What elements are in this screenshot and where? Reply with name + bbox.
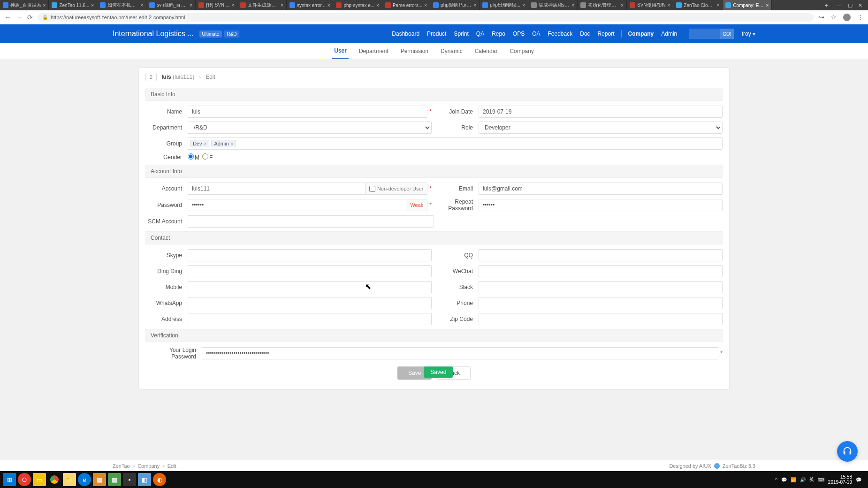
login-password-field[interactable]: [202, 347, 718, 359]
join-date-field[interactable]: [479, 106, 723, 118]
reload-icon[interactable]: ⟳: [27, 14, 33, 21]
close-icon[interactable]: ×: [522, 3, 525, 8]
close-icon[interactable]: ×: [281, 3, 283, 8]
address-bar[interactable]: 🔒 https://natureeasysoft.zentao.pm/user-…: [38, 13, 814, 22]
close-icon[interactable]: ×: [43, 3, 46, 8]
password-field[interactable]: [188, 199, 406, 211]
forward-icon[interactable]: →: [16, 14, 23, 21]
nav-item-report[interactable]: Report: [595, 26, 617, 42]
browser-tab[interactable]: svn源码_百度...×: [146, 0, 196, 10]
email-field[interactable]: [479, 183, 723, 195]
browser-tab[interactable]: ZenTao Cloud ...×: [673, 0, 723, 10]
close-icon[interactable]: ×: [424, 3, 427, 8]
browser-tab[interactable]: php-syntax e...×: [333, 0, 382, 10]
browser-tab[interactable]: syntax error...×: [287, 0, 333, 10]
whatsapp-field[interactable]: [188, 297, 432, 309]
browser-tab[interactable]: 神盾_百度搜索×: [0, 0, 49, 10]
gender-f-radio[interactable]: F: [202, 153, 213, 161]
close-icon[interactable]: ×: [190, 3, 192, 8]
group-tag[interactable]: Dev×: [190, 140, 209, 147]
new-tab-button[interactable]: +: [822, 3, 831, 8]
browser-tab[interactable]: 如何在本机测...×: [97, 0, 146, 10]
nav-item-feedback[interactable]: Feedback: [545, 26, 576, 42]
menu-icon[interactable]: ⋮: [857, 14, 863, 21]
nav-item-company[interactable]: Company: [625, 26, 657, 42]
subnav-item-dynamic[interactable]: Dynamic: [439, 44, 464, 58]
nav-item-product[interactable]: Product: [424, 26, 449, 42]
browser-tab[interactable]: php报错 Pars...×: [430, 0, 480, 10]
mobile-field[interactable]: [188, 281, 432, 293]
remove-tag-icon[interactable]: ×: [231, 141, 234, 146]
repeat-password-field[interactable]: [479, 199, 723, 211]
close-icon[interactable]: ×: [668, 3, 670, 8]
dingding-field[interactable]: [188, 265, 432, 277]
close-icon[interactable]: ×: [91, 3, 94, 8]
search-input[interactable]: [689, 29, 720, 39]
nav-item-oa[interactable]: OA: [529, 26, 543, 42]
group-tags[interactable]: Dev×Admin×: [188, 137, 723, 150]
browser-tab[interactable]: 初始化管理密...×: [578, 0, 627, 10]
browser-tab[interactable]: php出现错误...×: [480, 0, 528, 10]
nondev-checkbox[interactable]: Non-developer User: [365, 183, 427, 195]
scm-field[interactable]: [188, 215, 434, 228]
close-icon[interactable]: ×: [473, 3, 476, 8]
browser-tab[interactable]: [转] SVN ...×: [196, 0, 237, 10]
star-icon[interactable]: ☆: [831, 14, 837, 21]
zip-field[interactable]: [479, 313, 723, 325]
nav-item-sprint[interactable]: Sprint: [451, 26, 471, 42]
name-field[interactable]: [188, 106, 427, 118]
close-icon[interactable]: ×: [327, 3, 330, 8]
key-icon[interactable]: ⊶: [818, 14, 824, 21]
phone-field[interactable]: [479, 297, 723, 309]
close-icon[interactable]: ×: [621, 3, 624, 8]
browser-tab[interactable]: ZenTao 11.6...×: [49, 0, 97, 10]
close-icon[interactable]: ×: [766, 3, 769, 8]
group-tag[interactable]: Admin×: [211, 140, 236, 147]
department-select[interactable]: /R&D: [188, 122, 432, 134]
go-button[interactable]: GO!: [720, 29, 734, 39]
close-icon[interactable]: ×: [231, 3, 234, 8]
close-icon[interactable]: ×: [140, 3, 143, 8]
browser-tab[interactable]: SVN使用教程×: [627, 0, 673, 10]
chevron-right-icon: ›: [199, 74, 201, 80]
remove-tag-icon[interactable]: ×: [204, 141, 207, 146]
nav-item-dashboard[interactable]: Dashboard: [389, 26, 422, 42]
subnav-item-department[interactable]: Department: [357, 44, 390, 58]
skype-field[interactable]: [188, 249, 432, 261]
wechat-field[interactable]: [479, 265, 723, 277]
browser-tab[interactable]: Parse errors...×: [382, 0, 430, 10]
close-icon[interactable]: ×: [376, 3, 379, 8]
label-account: Account: [145, 185, 188, 192]
browser-tab[interactable]: 文件生成源代...×: [237, 0, 287, 10]
nav-item-repo[interactable]: Repo: [489, 26, 508, 42]
nav-item-admin[interactable]: Admin: [658, 26, 680, 42]
project-name[interactable]: International Logistics ...: [113, 30, 194, 38]
window-close-icon[interactable]: ✕: [858, 2, 862, 8]
nav-item-qa[interactable]: QA: [473, 26, 487, 42]
record-name[interactable]: luis (luis111): [161, 74, 194, 80]
back-icon[interactable]: ←: [5, 14, 11, 21]
subnav-item-permission[interactable]: Permission: [399, 44, 430, 58]
subnav-item-user[interactable]: User: [332, 44, 349, 59]
user-menu[interactable]: troy ▾: [742, 30, 755, 37]
window-minimize-icon[interactable]: —: [837, 2, 842, 8]
close-icon[interactable]: ×: [571, 3, 574, 8]
browser-tab[interactable]: 集成神盾和sv...×: [528, 0, 578, 10]
nav-item-doc[interactable]: Doc: [577, 26, 593, 42]
subnav-item-calendar[interactable]: Calendar: [473, 44, 500, 58]
favicon-icon: [52, 2, 57, 8]
profile-icon[interactable]: [843, 14, 851, 21]
browser-tab[interactable]: Company::Edit...×: [723, 0, 772, 10]
close-icon[interactable]: ×: [717, 3, 720, 8]
nav-item-ops[interactable]: OPS: [510, 26, 527, 42]
account-field[interactable]: [188, 183, 365, 195]
window-maximize-icon[interactable]: ▢: [848, 2, 853, 8]
address-field[interactable]: [188, 313, 432, 325]
gender-m-radio[interactable]: M: [188, 153, 199, 161]
tab-title: php报错 Pars...: [441, 2, 472, 8]
subnav-item-company[interactable]: Company: [508, 44, 535, 58]
slack-field[interactable]: [479, 281, 723, 293]
label-join-date: Join Date: [436, 108, 479, 115]
qq-field[interactable]: [479, 249, 723, 261]
role-select[interactable]: Developer: [479, 122, 723, 134]
